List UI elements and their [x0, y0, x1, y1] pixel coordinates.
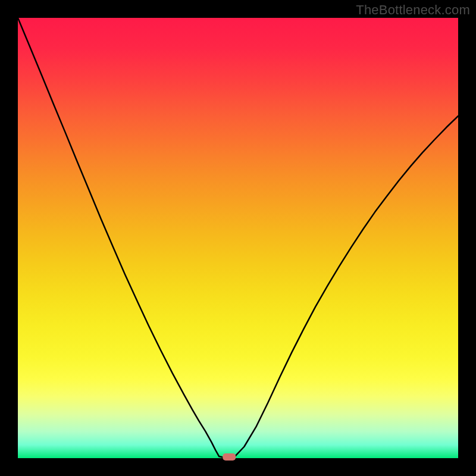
optimal-marker [223, 453, 236, 461]
chart-frame: TheBottleneck.com [0, 0, 476, 476]
chart-svg [0, 0, 476, 476]
watermark-text: TheBottleneck.com [356, 2, 470, 18]
plot-background [18, 18, 458, 458]
